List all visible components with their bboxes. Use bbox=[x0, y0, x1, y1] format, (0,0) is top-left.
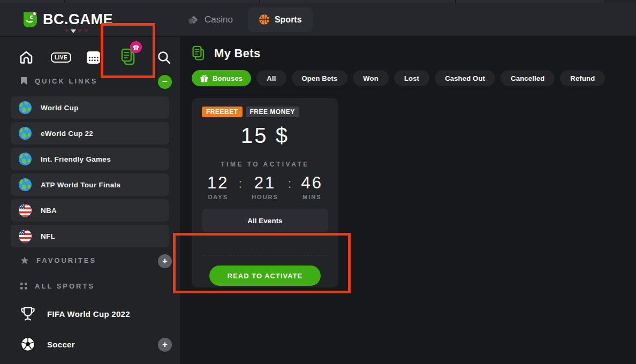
bonus-card: FREEBET FREE MONEY 15 $ TIME TO ACTIVATE… bbox=[192, 98, 338, 287]
sidebar-item-label: World Cup bbox=[41, 104, 79, 112]
countdown-days: 12 DAYS bbox=[207, 173, 229, 200]
my-bets-page-icon bbox=[192, 46, 207, 62]
countdown-days-label: DAYS bbox=[207, 194, 229, 200]
bookmark-icon bbox=[20, 77, 27, 85]
minus-icon: − bbox=[162, 77, 168, 87]
sidebar-item-label: eWorld Cup 22 bbox=[41, 130, 93, 138]
filter-chip-refund[interactable]: Refund bbox=[560, 70, 605, 86]
plus-icon: + bbox=[162, 339, 168, 350]
sidebar-item-nba[interactable]: NBA bbox=[11, 199, 169, 222]
tab-casino[interactable]: Casino bbox=[188, 14, 233, 26]
bonus-badges: FREEBET FREE MONEY bbox=[202, 107, 328, 117]
sidebar-item-atp-world-tour-finals[interactable]: ATP World Tour Finals bbox=[11, 173, 169, 196]
favourites-add-button[interactable]: + bbox=[158, 254, 172, 268]
filter-chip-label: All bbox=[267, 74, 276, 82]
sidebar-item-int-friendly-games[interactable]: Int. Friendly Games bbox=[11, 148, 169, 170]
timer-label: TIME TO ACTIVATE bbox=[202, 161, 328, 168]
globe-icon bbox=[18, 126, 32, 140]
my-bets-icon[interactable] bbox=[120, 46, 138, 69]
filter-chips: Bonuses All Open Bets Won Lost Cashed Ou… bbox=[192, 70, 605, 86]
home-icon[interactable] bbox=[18, 46, 35, 69]
logo-bunting-decoration bbox=[64, 29, 89, 33]
plus-icon: + bbox=[162, 256, 168, 267]
live-icon-label: LIVE bbox=[51, 52, 71, 63]
all-sports-header-label: ALL SPORTS bbox=[35, 282, 95, 290]
search-icon[interactable] bbox=[155, 46, 172, 69]
countdown-hours-value: 21 bbox=[252, 173, 278, 193]
filter-chip-label: Cancelled bbox=[511, 74, 544, 82]
countdown-hours-label: HOURS bbox=[252, 194, 278, 200]
soccer-ball-icon bbox=[20, 337, 35, 352]
sidebar-item-label: ATP World Tour Finals bbox=[41, 181, 120, 189]
trophy-icon bbox=[20, 307, 35, 321]
filter-chip-bonuses[interactable]: Bonuses bbox=[192, 70, 251, 86]
tab-casino-label: Casino bbox=[205, 14, 233, 25]
bcgame-logo-text: BC.GAME bbox=[43, 11, 113, 28]
filter-chip-lost[interactable]: Lost bbox=[394, 70, 429, 86]
grid-icon bbox=[20, 283, 27, 290]
tab-sports-label: Sports bbox=[275, 15, 302, 25]
tab-sports[interactable]: Sports bbox=[248, 7, 313, 32]
countdown-mins-label: MINS bbox=[301, 194, 323, 200]
page-header: My Bets bbox=[192, 46, 260, 62]
sidebar: LIVE bbox=[0, 37, 180, 364]
sidebar-item-nfl[interactable]: NFL bbox=[11, 225, 169, 247]
gift-icon bbox=[200, 74, 208, 82]
star-icon bbox=[20, 256, 29, 264]
soccer-add-button[interactable]: + bbox=[158, 338, 172, 352]
countdown-hours: 21 HOURS bbox=[252, 173, 278, 200]
filter-chip-all[interactable]: All bbox=[256, 70, 286, 86]
bcgame-logo-icon bbox=[20, 10, 40, 29]
page-title: My Bets bbox=[214, 47, 260, 60]
schedule-icon[interactable] bbox=[85, 46, 102, 69]
all-events-button[interactable]: All Events bbox=[202, 209, 328, 232]
free-money-badge: FREE MONEY bbox=[246, 107, 299, 117]
globe-icon bbox=[18, 152, 32, 166]
sidebar-item-label: FIFA World Cup 2022 bbox=[47, 309, 130, 318]
filter-chip-cancelled[interactable]: Cancelled bbox=[501, 70, 555, 86]
sidebar-item-label: NFL bbox=[41, 232, 55, 240]
sidebar-item-fifa-world-cup-2022[interactable]: FIFA World Cup 2022 bbox=[20, 307, 130, 321]
bcgame-logo[interactable]: BC.GAME bbox=[20, 10, 113, 29]
filter-chip-label: Open Bets bbox=[302, 74, 338, 82]
filter-chip-cashed-out[interactable]: Cashed Out bbox=[435, 70, 495, 86]
filter-chip-won[interactable]: Won bbox=[353, 70, 389, 86]
sidebar-item-label: NBA bbox=[41, 207, 57, 215]
countdown-days-value: 12 bbox=[207, 173, 229, 193]
basketball-icon bbox=[259, 14, 270, 25]
all-sports-header: ALL SPORTS bbox=[20, 282, 95, 290]
favourites-header: FAVOURITES bbox=[20, 256, 96, 264]
countdown-separator: : bbox=[238, 173, 242, 200]
filter-chip-label: Refund bbox=[570, 74, 595, 82]
countdown-timer: 12 DAYS : 21 HOURS : 46 MINS bbox=[202, 173, 328, 200]
sidebar-item-label: Int. Friendly Games bbox=[41, 155, 111, 163]
quick-links-collapse-button[interactable]: − bbox=[158, 75, 172, 89]
globe-icon bbox=[18, 178, 32, 192]
sidebar-item-soccer[interactable]: Soccer bbox=[20, 337, 75, 352]
filter-chip-label: Bonuses bbox=[213, 74, 243, 82]
filter-chip-label: Cashed Out bbox=[445, 74, 485, 82]
live-icon[interactable]: LIVE bbox=[51, 46, 71, 69]
countdown-separator: : bbox=[288, 173, 292, 200]
all-events-button-label: All Events bbox=[247, 217, 282, 225]
filter-chip-label: Lost bbox=[404, 74, 419, 82]
freebet-badge: FREEBET bbox=[202, 107, 243, 117]
sidebar-item-eworld-cup-22[interactable]: eWorld Cup 22 bbox=[11, 122, 169, 145]
top-navbar: BC.GAME Casino Sports bbox=[0, 3, 636, 37]
quick-links-header-label: QUICK LINKS bbox=[35, 77, 98, 85]
sidebar-item-label: Soccer bbox=[47, 340, 75, 349]
quick-links-header: QUICK LINKS bbox=[20, 77, 98, 85]
casino-dice-icon bbox=[188, 14, 200, 26]
read-to-activate-button-label: READ TO ACTIVATE bbox=[228, 272, 302, 280]
countdown-mins-value: 46 bbox=[301, 173, 323, 193]
bonus-amount: 15 $ bbox=[202, 124, 328, 148]
sidebar-item-world-cup[interactable]: World Cup bbox=[11, 96, 169, 119]
filter-chip-open-bets[interactable]: Open Bets bbox=[292, 70, 348, 86]
usa-flag-icon bbox=[18, 203, 32, 217]
read-to-activate-button[interactable]: READ TO ACTIVATE bbox=[209, 266, 321, 286]
main-content: My Bets Bonuses All Open Bets Won Lost C… bbox=[180, 37, 636, 364]
usa-flag-icon bbox=[18, 229, 32, 243]
favourites-header-label: FAVOURITES bbox=[36, 256, 96, 264]
filter-chip-label: Won bbox=[363, 74, 378, 82]
card-divider bbox=[202, 255, 328, 256]
